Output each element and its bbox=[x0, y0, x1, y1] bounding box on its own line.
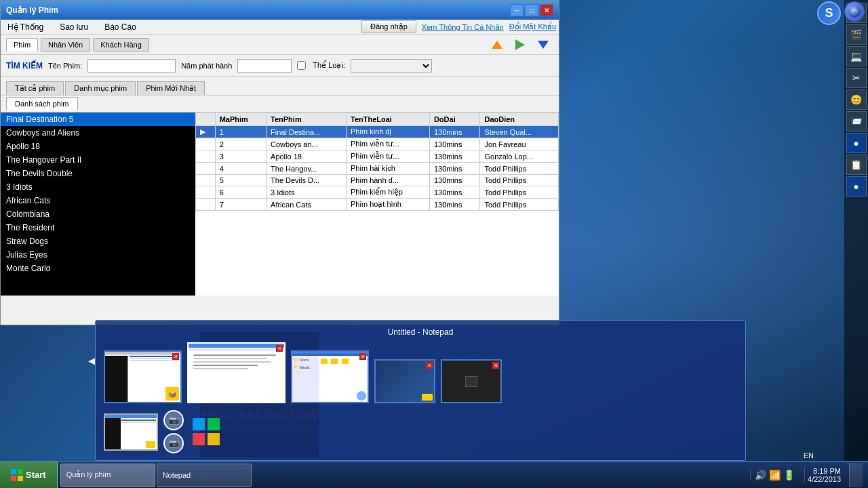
tray-sound-icon[interactable]: 🔊 bbox=[755, 470, 766, 481]
tab-khach-hang[interactable]: Khách Hàng bbox=[93, 38, 149, 52]
svg-point-0 bbox=[848, 5, 861, 18]
mini-menu-bar bbox=[105, 352, 180, 354]
title-bar-text: Quản lý Phim bbox=[6, 5, 510, 15]
small-preview-0[interactable] bbox=[104, 413, 158, 451]
windows-ball[interactable] bbox=[844, 1, 865, 22]
menu-bao-cao[interactable]: Báo Cáo bbox=[100, 21, 140, 33]
col-tentheloai[interactable]: TenTheLoai bbox=[347, 113, 430, 126]
filter-tab-all[interactable]: Tất cả phim bbox=[6, 81, 64, 95]
genre-checkbox[interactable] bbox=[297, 61, 306, 70]
icon-up-btn[interactable] bbox=[487, 35, 507, 54]
taskbar-item-1[interactable]: Notepad bbox=[157, 464, 252, 487]
sidebar-item-0[interactable]: Final Destination 5 bbox=[1, 113, 195, 126]
sidebar-item-8[interactable]: The Resident bbox=[1, 221, 195, 235]
sidebar-item-5[interactable]: 3 Idiots bbox=[1, 180, 195, 194]
right-icon-5[interactable]: 📨 bbox=[846, 111, 867, 131]
year-field-label: Năm phát hành bbox=[181, 62, 232, 70]
table-row[interactable]: 6 3 Idiots Phim kiểm hiệp 130mins Todd P… bbox=[196, 186, 559, 199]
camera-icon-0[interactable]: 📷 bbox=[163, 410, 184, 430]
np-content bbox=[189, 350, 284, 373]
col-tenphim[interactable]: TenPhim bbox=[267, 113, 347, 126]
filter-tab-newest[interactable]: Phim Mới Nhất bbox=[137, 81, 205, 95]
sidebar-item-7[interactable]: Colombiana bbox=[1, 207, 195, 221]
right-icon-1[interactable]: 🎬 bbox=[846, 24, 867, 45]
mini-sidebar bbox=[105, 356, 127, 402]
camera-icon-1[interactable]: 📷 bbox=[163, 433, 184, 453]
sidebar-item-10[interactable]: Julias Eyes bbox=[1, 248, 195, 262]
preview-thumb-4[interactable]: ✕ bbox=[441, 359, 502, 403]
clock-date: 4/22/2013 bbox=[808, 475, 841, 483]
preview-thumb-0[interactable]: 📦 ✕ bbox=[104, 350, 182, 403]
tray-power-icon[interactable]: 🔋 bbox=[783, 470, 795, 481]
thumb-close-2[interactable]: ✕ bbox=[359, 353, 366, 360]
genre-select[interactable] bbox=[351, 59, 432, 73]
sidebar-item-4[interactable]: The Devils Double bbox=[1, 167, 195, 180]
cell-dodai: 130mins bbox=[429, 175, 480, 186]
table-row[interactable]: ▶ 1 Final Destina... Phim kinh dị 130min… bbox=[196, 126, 559, 138]
start-button[interactable]: Start bbox=[0, 462, 58, 489]
cell-maphim: 5 bbox=[215, 175, 266, 186]
preview-thumb-2[interactable]: 📁 Docs 📁 Music ✕ bbox=[291, 350, 369, 403]
start-label: Start bbox=[26, 470, 46, 480]
icon-play-btn[interactable] bbox=[510, 35, 530, 54]
col-maphim[interactable]: MaPhim bbox=[215, 113, 266, 126]
preview-thumb-1[interactable]: ✕ bbox=[187, 342, 285, 403]
sidebar-item-9[interactable]: Straw Dogs bbox=[1, 235, 195, 248]
cell-dodai: 130mins bbox=[429, 150, 480, 163]
s-icon-button[interactable]: S bbox=[817, 1, 841, 25]
table-row[interactable]: 2 Cowboys an... Phim viễn tư... 130mins … bbox=[196, 138, 559, 150]
col-dodai[interactable]: DoDai bbox=[429, 113, 480, 126]
right-icon-7[interactable]: 📋 bbox=[846, 155, 867, 175]
sidebar-item-6[interactable]: African Cats bbox=[1, 194, 195, 207]
icon-down-btn[interactable] bbox=[533, 35, 553, 54]
menu-he-thong[interactable]: Hệ Thống bbox=[3, 21, 47, 33]
cell-daodien: Steven Qual... bbox=[480, 126, 559, 138]
show-desktop-btn[interactable] bbox=[849, 463, 863, 487]
search-year-input[interactable] bbox=[237, 59, 292, 73]
notepad-active-thumb bbox=[189, 344, 284, 402]
close-btn[interactable]: ✕ bbox=[540, 4, 553, 16]
sub-tab-list[interactable]: Danh sách phim bbox=[6, 97, 78, 110]
right-icon-2[interactable]: 💻 bbox=[846, 46, 867, 66]
view-info-link[interactable]: Xem Thông Tin Cá Nhân bbox=[422, 23, 504, 31]
sidebar-item-1[interactable]: Cowboys and Aliens bbox=[1, 126, 195, 140]
preview-thumb-3[interactable]: ✕ bbox=[374, 359, 435, 403]
thumb-close-4[interactable]: ✕ bbox=[492, 362, 499, 369]
cell-daodien: Todd Phillips bbox=[480, 199, 559, 211]
sidebar-item-11[interactable]: Monte Carlo bbox=[1, 262, 195, 275]
maximize-btn[interactable]: □ bbox=[525, 4, 538, 16]
np-line-2 bbox=[193, 361, 271, 363]
right-icon-4[interactable]: 😊 bbox=[846, 89, 867, 110]
windows-logo-icon[interactable] bbox=[189, 415, 223, 449]
right-icon-3[interactable]: ✂ bbox=[846, 68, 867, 88]
change-pass-link[interactable]: Đổi Mật Khẩu bbox=[509, 22, 556, 31]
tray-network-icon[interactable]: 📶 bbox=[769, 470, 781, 481]
filter-tab-category[interactable]: Danh mục phim bbox=[65, 81, 136, 95]
cell-maphim: 6 bbox=[215, 186, 266, 199]
cell-tenphim: The Hangov... bbox=[267, 163, 347, 175]
right-icon-8[interactable]: ● bbox=[846, 176, 867, 197]
taskbar-item-0[interactable]: Quản lý phim bbox=[60, 464, 155, 487]
table-row[interactable]: 5 The Devils D... Phim hành đ... 130mins… bbox=[196, 175, 559, 186]
thumb-close-0[interactable]: ✕ bbox=[172, 353, 179, 360]
tab-phim[interactable]: Phim bbox=[6, 38, 38, 52]
thumb-close-1[interactable]: ✕ bbox=[276, 345, 283, 352]
tab-nhan-vien[interactable]: Nhân Viên bbox=[41, 38, 90, 52]
right-icon-6[interactable]: ● bbox=[846, 133, 867, 153]
table-row[interactable]: 4 The Hangov... Phim hài kịch 130mins To… bbox=[196, 163, 559, 175]
table-row[interactable]: 7 African Cats Phim hoạt hình 130mins To… bbox=[196, 199, 559, 211]
mini-app-screen: 📦 bbox=[105, 352, 180, 402]
row-indicator bbox=[196, 186, 216, 199]
menu-sao-luu[interactable]: Sao lưu bbox=[56, 21, 92, 33]
play-icon bbox=[515, 39, 525, 50]
svg-marker-8 bbox=[18, 476, 23, 481]
search-name-input[interactable] bbox=[87, 59, 176, 73]
sidebar-item-2[interactable]: Apollo 18 bbox=[1, 140, 195, 153]
col-daodien[interactable]: DaoDien bbox=[480, 113, 559, 126]
thumb-close-3[interactable]: ✕ bbox=[426, 362, 433, 369]
cell-theloai: Phim kiểm hiệp bbox=[347, 186, 430, 199]
table-row[interactable]: 3 Apollo 18 Phim viễn tư... 130mins Gonz… bbox=[196, 150, 559, 163]
sidebar-item-3[interactable]: The Hangover Part II bbox=[1, 153, 195, 167]
login-button[interactable]: Đăng nhập bbox=[361, 20, 416, 33]
minimize-btn[interactable]: ─ bbox=[510, 4, 524, 16]
